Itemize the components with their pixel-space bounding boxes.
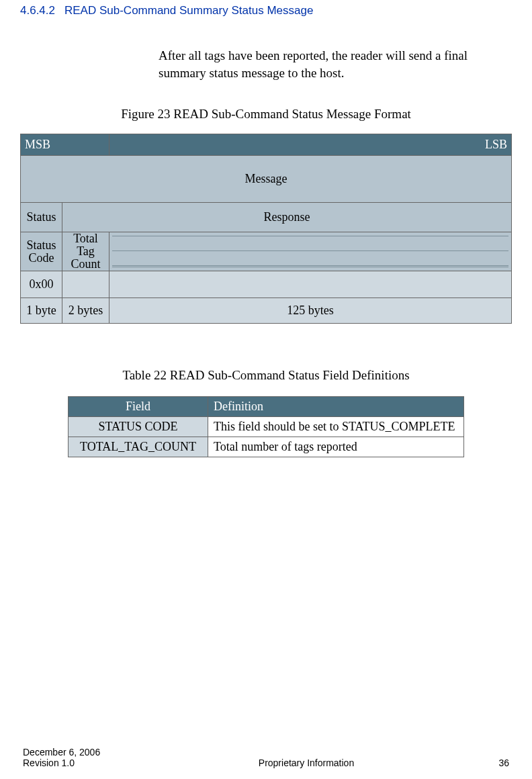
def-row-def: Total number of tags reported	[208, 437, 464, 457]
total-tag-count-cell: Total Tag Count	[62, 232, 109, 271]
value-0x00-cell: 0x00	[21, 271, 62, 298]
footer-page: 36	[469, 758, 509, 768]
bytes-col3-cell: 125 bytes	[109, 298, 512, 324]
lsb-header: LSB	[109, 134, 512, 156]
message-format-table: MSB LSB Message Status Response Status C…	[20, 134, 512, 324]
reserved-area-cell	[109, 232, 512, 271]
section-number: 4.6.4.2	[20, 4, 55, 17]
def-row-field: STATUS CODE	[69, 417, 208, 437]
page-footer: December 6, 2006 Revision 1.0 Proprietar…	[23, 747, 509, 768]
def-th-definition: Definition	[208, 397, 464, 417]
footer-center: Proprietary Information	[144, 758, 469, 768]
def-row-def: This field should be set to STATUS_COMPL…	[208, 417, 464, 437]
bytes-col1-cell: 1 byte	[21, 298, 62, 324]
message-cell: Message	[21, 156, 512, 203]
empty-value-cell-2	[109, 271, 512, 298]
footer-revision: Revision 1.0	[23, 758, 144, 768]
def-row-field: TOTAL_TAG_COUNT	[69, 437, 208, 457]
section-heading: 4.6.4.2 READ Sub-Command Summary Status …	[20, 0, 512, 17]
status-code-cell: Status Code	[21, 232, 62, 271]
status-cell: Status	[21, 203, 62, 232]
bytes-col2-cell: 2 bytes	[62, 298, 109, 324]
intro-paragraph: After all tags have been reported, the r…	[159, 47, 501, 81]
response-cell: Response	[62, 203, 512, 232]
section-title: READ Sub-Command Summary Status Message	[64, 4, 313, 17]
field-definitions-table: Field Definition STATUS CODE This field …	[68, 396, 464, 457]
empty-value-cell-1	[62, 271, 109, 298]
footer-date: December 6, 2006	[23, 747, 144, 758]
figure-caption: Figure 23 READ Sub-Command Status Messag…	[20, 107, 512, 122]
msb-header: MSB	[21, 134, 109, 156]
table-caption: Table 22 READ Sub-Command Status Field D…	[20, 368, 512, 383]
def-th-field: Field	[69, 397, 208, 417]
